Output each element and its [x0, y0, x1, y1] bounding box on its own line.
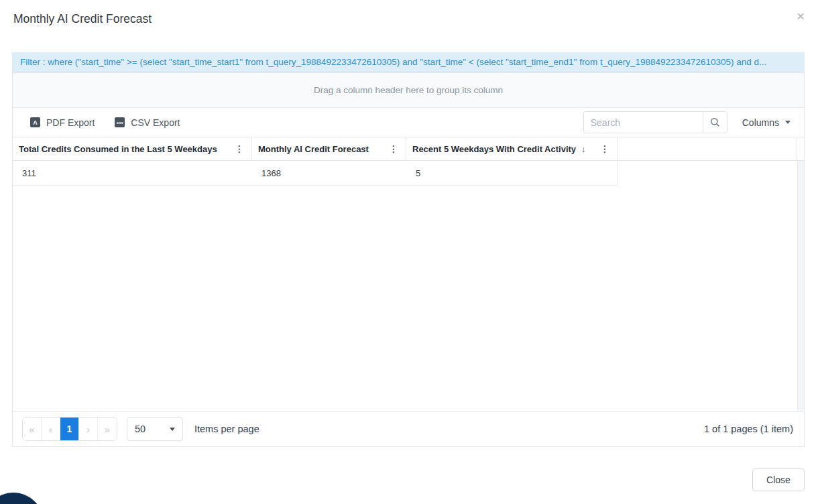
pdf-file-icon: A: [30, 117, 40, 127]
pdf-export-button[interactable]: A PDF Export: [30, 117, 95, 128]
column-header-monthly-forecast[interactable]: Monthly AI Credit Forecast ⋮: [252, 137, 406, 160]
search-input[interactable]: [583, 111, 703, 133]
column-header-label: Monthly AI Credit Forecast: [258, 144, 369, 154]
pager-summary: 1 of 1 pages (1 item): [704, 424, 795, 434]
column-header-recent-weekdays[interactable]: Recent 5 Weekdays With Credit Activity ↓…: [406, 137, 618, 160]
vertical-scrollbar[interactable]: [797, 161, 804, 411]
csv-export-button[interactable]: csv CSV Export: [115, 117, 180, 128]
last-page-button[interactable]: »: [98, 418, 117, 440]
table-header-row: Total Credits Consumed in the Last 5 Wee…: [13, 137, 804, 161]
filter-banner: Filter : where ("start_time" >= (select …: [12, 52, 805, 72]
items-per-page-label: Items per page: [194, 424, 259, 434]
chevron-down-icon: [785, 121, 791, 124]
cell-monthly-forecast: 1368: [252, 161, 406, 185]
column-header-total-credits[interactable]: Total Credits Consumed in the Last 5 Wee…: [13, 137, 252, 160]
group-panel-hint: Drag a column header here to group its c…: [314, 85, 503, 95]
close-icon[interactable]: ×: [797, 9, 805, 23]
data-grid: Drag a column header here to group its c…: [12, 72, 805, 447]
cell-recent-weekdays: 5: [406, 161, 618, 185]
search-button[interactable]: [703, 111, 727, 133]
prev-page-button[interactable]: ‹: [42, 418, 60, 440]
page-size-value: 50: [135, 424, 145, 434]
table-row[interactable]: 311 1368 5: [13, 161, 618, 186]
close-button[interactable]: Close: [752, 468, 805, 491]
grid-toolbar: A PDF Export csv CSV Export Columns: [13, 108, 804, 137]
column-header-empty: [618, 137, 797, 160]
page-1-button[interactable]: 1: [60, 418, 79, 440]
column-header-label: Total Credits Consumed in the Last 5 Wee…: [19, 144, 217, 154]
corner-logo-circle[interactable]: [0, 493, 44, 504]
header-scrollbar-spacer: [797, 137, 804, 160]
cell-total-credits: 311: [13, 161, 252, 185]
page-title: Monthly AI Credit Forecast: [13, 12, 152, 26]
next-page-button[interactable]: ›: [79, 418, 98, 440]
page-size-select[interactable]: 50: [127, 417, 183, 441]
table-body: 311 1368 5: [13, 161, 804, 411]
first-page-button[interactable]: «: [23, 418, 42, 440]
pager-bar: « ‹ 1 › » 50 Items per page 1 of 1 pages…: [13, 411, 804, 446]
search-icon: [710, 117, 720, 127]
csv-export-label: CSV Export: [131, 117, 180, 128]
pdf-export-label: PDF Export: [46, 117, 95, 128]
sort-desc-icon: ↓: [581, 144, 586, 154]
close-button-label: Close: [766, 475, 791, 485]
columns-dropdown-label: Columns: [742, 117, 779, 128]
pagination-group: « ‹ 1 › »: [22, 417, 117, 441]
column-menu-icon[interactable]: ⋮: [388, 143, 400, 154]
group-drop-panel[interactable]: Drag a column header here to group its c…: [13, 73, 804, 108]
column-menu-icon[interactable]: ⋮: [599, 143, 611, 154]
csv-file-icon: csv: [115, 117, 125, 127]
columns-dropdown[interactable]: Columns: [738, 117, 795, 128]
column-header-label: Recent 5 Weekdays With Credit Activity: [412, 144, 576, 154]
column-menu-icon[interactable]: ⋮: [233, 143, 245, 154]
chevron-down-icon: [170, 428, 175, 431]
search-group: [583, 111, 727, 133]
